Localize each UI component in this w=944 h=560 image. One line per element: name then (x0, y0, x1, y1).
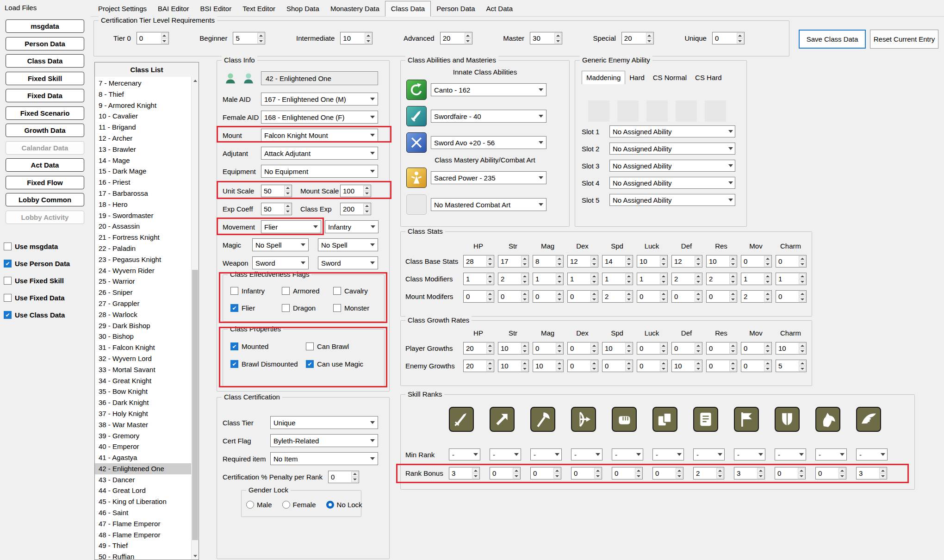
spin-down-icon[interactable] (590, 261, 597, 267)
class-list-item[interactable]: 11 - Brigand (95, 122, 191, 133)
spin-up-icon[interactable] (729, 256, 736, 261)
spin-up-icon[interactable] (635, 468, 642, 473)
spin-up-icon[interactable] (695, 361, 702, 366)
main-tab[interactable]: Shop Data (281, 1, 325, 16)
spin-up-icon[interactable] (556, 274, 563, 279)
spin-up-icon[interactable] (879, 468, 886, 473)
spin-up-icon[interactable] (764, 361, 771, 366)
spin-down-icon[interactable] (729, 297, 736, 302)
class-list-item[interactable]: 8 - Thief (95, 89, 191, 100)
save-class-data-button[interactable]: Save Class Data (799, 30, 866, 49)
base-stat-input[interactable]: 8 (533, 255, 564, 268)
weapon-select-1[interactable]: Sword (252, 256, 309, 269)
spin-down-icon[interactable] (799, 297, 806, 302)
spin-down-icon[interactable] (472, 473, 479, 479)
spin-up-icon[interactable] (799, 256, 806, 261)
spin-up-icon[interactable] (660, 256, 667, 261)
spin-down-icon[interactable] (764, 297, 771, 302)
class-list-item[interactable]: 42 - Enlightened One (95, 463, 191, 474)
class-modifier-input[interactable]: 1 (602, 273, 633, 285)
adjutant-select[interactable]: Attack Adjutant (261, 147, 378, 160)
spin-up-icon[interactable] (764, 274, 771, 279)
spin-down-icon[interactable] (660, 261, 667, 267)
spin-up-icon[interactable] (695, 274, 702, 279)
enemy-ability-select[interactable]: No Assigned Ability (609, 177, 735, 189)
class-list-item[interactable]: 36 - Dark Knight (95, 397, 191, 408)
enemy-ability-select[interactable]: No Assigned Ability (609, 160, 735, 172)
base-stat-input[interactable]: 0 (776, 255, 807, 268)
spin-up-icon[interactable] (590, 343, 597, 348)
spin-up-icon[interactable] (716, 468, 723, 473)
equipment-select[interactable]: No Equipment (261, 165, 378, 178)
effectiveness-checkbox[interactable]: Cavalry (333, 287, 385, 295)
spin-down-icon[interactable] (553, 473, 560, 479)
spin-down-icon[interactable] (635, 473, 642, 479)
min-rank-select[interactable]: - (530, 448, 562, 460)
spin-up-icon[interactable] (798, 468, 805, 473)
spin-down-icon[interactable] (737, 38, 744, 44)
spin-down-icon[interactable] (729, 279, 736, 284)
class-list-item[interactable]: 14 - Mage (95, 155, 191, 166)
use-data-checkbox[interactable]: Use Fixed Data (4, 294, 70, 302)
unit-scale-input[interactable]: 50 (261, 185, 292, 197)
class-list-item[interactable]: 43 - Dancer (95, 474, 191, 485)
innate-ability-2-select[interactable]: Swordfaire - 40 (431, 110, 547, 123)
spin-down-icon[interactable] (660, 348, 667, 354)
spin-down-icon[interactable] (556, 366, 563, 371)
spin-up-icon[interactable] (799, 361, 806, 366)
spin-up-icon[interactable] (729, 291, 736, 296)
spin-down-icon[interactable] (660, 297, 667, 302)
spin-down-icon[interactable] (556, 297, 563, 302)
spin-down-icon[interactable] (695, 297, 702, 302)
main-tab[interactable]: Person Data (431, 1, 480, 16)
class-list-item[interactable]: 18 - Hero (95, 199, 191, 210)
rank-bonus-input[interactable]: 0 (490, 467, 521, 479)
class-list-item[interactable]: 47 - Flame Emperor (95, 518, 191, 529)
class-modifier-input[interactable]: 1 (567, 273, 598, 285)
tier-input[interactable]: 20 (440, 32, 472, 44)
rank-bonus-input[interactable]: 3 (734, 467, 765, 479)
min-rank-select[interactable]: - (571, 448, 602, 460)
spin-down-icon[interactable] (799, 348, 806, 354)
class-modifier-input[interactable]: 2 (498, 273, 529, 285)
effectiveness-checkbox[interactable]: Infantry (230, 287, 282, 295)
mount-modifier-input[interactable]: 0 (706, 290, 737, 303)
spin-down-icon[interactable] (590, 366, 597, 371)
class-modifier-input[interactable]: 1 (741, 273, 772, 285)
innate-ability-1-select[interactable]: Canto - 162 (431, 83, 547, 96)
spin-down-icon[interactable] (590, 348, 597, 354)
spin-up-icon[interactable] (764, 291, 771, 296)
exp-coeff-input[interactable]: 50 (261, 203, 292, 215)
rank-bonus-input[interactable]: 0 (571, 467, 602, 479)
spin-up-icon[interactable] (676, 468, 683, 473)
spin-up-icon[interactable] (521, 343, 528, 348)
spin-down-icon[interactable] (486, 348, 493, 354)
class-list-item[interactable]: 37 - Holy Knight (95, 408, 191, 419)
property-checkbox[interactable]: Mounted (230, 342, 306, 350)
effectiveness-checkbox[interactable]: Armored (282, 287, 333, 295)
tier-input[interactable]: 0 (712, 32, 745, 44)
spin-up-icon[interactable] (695, 256, 702, 261)
class-modifier-input[interactable]: 2 (706, 273, 737, 285)
spin-down-icon[interactable] (257, 38, 264, 44)
min-rank-select[interactable]: - (693, 448, 725, 460)
magic-select-1[interactable]: No Spell (252, 238, 309, 251)
base-stat-input[interactable]: 17 (498, 255, 529, 268)
class-list-item[interactable]: 20 - Assassin (95, 221, 191, 232)
player-growth-input[interactable]: 0 (741, 342, 772, 355)
tier-input[interactable]: 30 (530, 32, 562, 44)
required-item-select[interactable]: No Item (270, 452, 378, 465)
spin-up-icon[interactable] (625, 361, 632, 366)
min-rank-select[interactable]: - (612, 448, 643, 460)
enemy-ability-select[interactable]: No Assigned Ability (609, 194, 735, 206)
player-growth-input[interactable]: 0 (671, 342, 702, 355)
use-data-checkbox[interactable]: Use msgdata (4, 243, 70, 250)
min-rank-select[interactable]: - (652, 448, 684, 460)
spin-up-icon[interactable] (594, 468, 601, 473)
spin-up-icon[interactable] (729, 274, 736, 279)
base-stat-input[interactable]: 12 (567, 255, 598, 268)
spin-up-icon[interactable] (486, 343, 493, 348)
spin-up-icon[interactable] (472, 468, 479, 473)
spin-down-icon[interactable] (716, 473, 723, 479)
spin-up-icon[interactable] (486, 361, 493, 366)
